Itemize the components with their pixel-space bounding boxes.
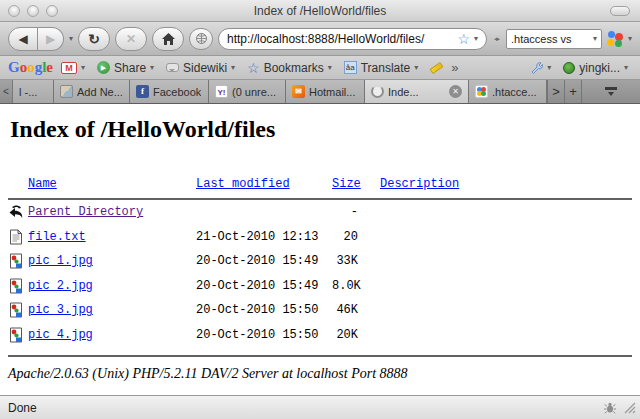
firebug-icon[interactable] xyxy=(603,401,617,414)
gmail-caret xyxy=(81,63,85,72)
file-size: 8.0K xyxy=(332,279,358,293)
translate-label: Translate xyxy=(361,61,411,75)
search-input[interactable]: .htaccess vs xyxy=(511,33,590,45)
reload-button[interactable] xyxy=(78,27,110,51)
file-link[interactable]: file.txt xyxy=(28,230,86,244)
toolbar-settings-button[interactable] xyxy=(526,58,555,78)
reload-icon xyxy=(88,31,100,47)
tab-yahoo-mail[interactable]: Y! (0 unre... xyxy=(209,80,286,103)
close-tab-icon[interactable]: ✕ xyxy=(449,85,462,98)
tab-htaccess[interactable]: .htacce... xyxy=(469,80,547,103)
google-toolbar: Google M Share Sidewiki Bookmarks åa Tra… xyxy=(0,56,640,80)
listing-header: NameLast modifiedSizeDescription xyxy=(8,177,632,195)
tab-index-active[interactable]: Inde... ✕ xyxy=(365,80,469,103)
highlighter-button[interactable] xyxy=(426,58,447,78)
parent-directory-link[interactable]: Parent Directory xyxy=(28,205,143,219)
table-row: pic 1.jpg20-Oct-2010 15:4933K xyxy=(8,249,632,274)
account-label: yingki... xyxy=(579,61,620,75)
thumbnail-favicon xyxy=(60,85,73,98)
share-button[interactable]: Share xyxy=(93,58,158,78)
tab-bar: < l -... Add Ne... f Facebook Y! (0 unre… xyxy=(0,80,640,104)
account-avatar xyxy=(563,62,575,74)
table-row: Parent Directory- xyxy=(8,200,632,225)
yahoo-favicon: Y! xyxy=(215,85,228,98)
table-row: pic 3.jpg20-Oct-2010 15:5046K xyxy=(8,298,632,323)
status-text: Done xyxy=(8,401,597,415)
highlighter-icon xyxy=(430,61,444,73)
google-search-engine-icon[interactable] xyxy=(607,31,623,47)
facebook-favicon: f xyxy=(136,85,149,98)
sidewiki-button[interactable]: Sidewiki xyxy=(162,58,239,78)
resize-grip[interactable] xyxy=(623,401,636,414)
gmail-icon: M xyxy=(61,62,77,74)
forward-icon xyxy=(46,32,55,46)
file-size: 46K xyxy=(332,303,358,317)
server-signature: Apache/2.0.63 (Unix) PHP/5.2.11 DAV/2 Se… xyxy=(8,366,640,382)
file-size: 20 xyxy=(332,230,358,244)
toolbar-splitter-handle[interactable] xyxy=(492,31,501,47)
file-link[interactable]: pic 4.jpg xyxy=(28,328,93,342)
list-all-tabs-button[interactable] xyxy=(581,80,640,103)
sidewiki-label: Sidewiki xyxy=(183,61,227,75)
bookmarks-button[interactable]: Bookmarks xyxy=(243,58,336,78)
url-bar[interactable]: http://localhost:8888/HelloWorld/files/ xyxy=(218,28,487,50)
back-button[interactable] xyxy=(8,27,38,51)
site-identity-button[interactable] xyxy=(189,28,213,50)
home-icon xyxy=(162,33,175,45)
stop-button[interactable] xyxy=(115,27,147,51)
image-file-icon xyxy=(8,302,24,318)
forward-button[interactable] xyxy=(38,27,64,51)
parent-dir-icon xyxy=(8,204,24,220)
toolbar-toggle-button[interactable] xyxy=(610,6,630,16)
stop-icon xyxy=(126,32,136,46)
tab-hotmail[interactable]: Hotmail... xyxy=(286,80,365,103)
file-size: - xyxy=(332,205,358,219)
globe-favicon-icon xyxy=(196,33,207,44)
search-box[interactable]: .htaccess vs xyxy=(506,29,602,49)
titlebar[interactable]: Index of /HelloWorld/files xyxy=(0,0,640,22)
bookmark-star-icon[interactable] xyxy=(457,30,470,48)
loading-spinner-icon xyxy=(371,85,384,98)
file-link[interactable]: pic 3.jpg xyxy=(28,303,93,317)
toolbar-overflow-icon[interactable] xyxy=(451,60,458,75)
wrench-icon xyxy=(530,61,543,74)
engine-dropdown-caret[interactable] xyxy=(628,34,632,43)
sort-by-size-link[interactable]: Size xyxy=(332,177,361,191)
url-dropdown-caret[interactable] xyxy=(474,34,478,43)
account-button[interactable]: yingki... xyxy=(559,58,632,78)
table-row: pic 4.jpg20-Oct-2010 15:5020K xyxy=(8,323,632,348)
listing-bottom-rule xyxy=(8,355,632,357)
new-tab-button[interactable]: + xyxy=(564,80,581,103)
tab-clipped[interactable]: l -... xyxy=(13,80,54,103)
tab-facebook[interactable]: f Facebook xyxy=(130,80,209,103)
scroll-tabs-right-button[interactable]: > xyxy=(547,80,564,103)
account-caret xyxy=(624,63,628,72)
image-file-icon xyxy=(8,327,24,343)
page-title: Index of /HelloWorld/files xyxy=(10,116,640,143)
hotmail-favicon xyxy=(292,85,305,98)
tab-add-new[interactable]: Add Ne... xyxy=(54,80,130,103)
gmail-button[interactable]: M xyxy=(57,58,89,78)
sort-by-modified-link[interactable]: Last modified xyxy=(196,177,290,191)
sort-by-name-link[interactable]: Name xyxy=(28,177,57,191)
status-bar: Done xyxy=(0,395,640,419)
page-content: Index of /HelloWorld/files NameLast modi… xyxy=(0,104,640,395)
table-row: file.txt21-Oct-2010 12:1320 xyxy=(8,225,632,250)
search-dropdown-caret[interactable] xyxy=(593,34,597,43)
history-dropdown-caret[interactable] xyxy=(69,34,73,43)
translate-button[interactable]: åa Translate xyxy=(340,58,423,78)
share-caret xyxy=(150,63,154,72)
file-size: 20K xyxy=(332,328,358,342)
sort-by-description-link[interactable]: Description xyxy=(380,177,459,191)
file-link[interactable]: pic 1.jpg xyxy=(28,254,93,268)
scroll-tabs-left-button[interactable]: < xyxy=(0,80,13,103)
home-button[interactable] xyxy=(152,27,184,51)
sidewiki-bubble-icon xyxy=(166,63,179,72)
google-logo[interactable]: Google xyxy=(8,59,53,76)
file-link[interactable]: pic 2.jpg xyxy=(28,279,93,293)
translate-icon: åa xyxy=(344,61,357,74)
window-title: Index of /HelloWorld/files xyxy=(0,4,640,18)
url-text[interactable]: http://localhost:8888/HelloWorld/files/ xyxy=(227,32,453,46)
bookmarks-caret xyxy=(328,63,332,72)
image-file-icon xyxy=(8,278,24,294)
